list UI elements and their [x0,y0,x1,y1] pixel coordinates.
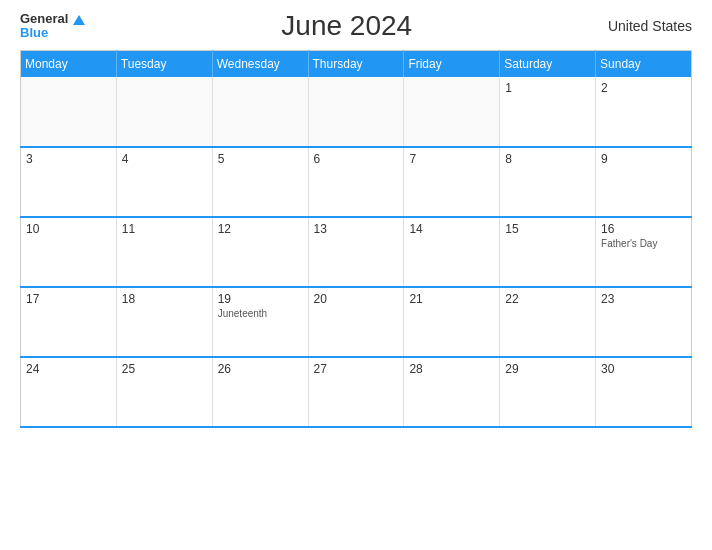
calendar-cell: 22 [500,287,596,357]
calendar-cell: 20 [308,287,404,357]
logo-text: General Blue [20,12,85,41]
calendar-cell: 1 [500,77,596,147]
calendar-cell: 24 [21,357,117,427]
calendar-week-row: 24252627282930 [21,357,692,427]
calendar-header-sunday: Sunday [596,51,692,78]
day-number: 6 [314,152,399,166]
calendar-cell: 29 [500,357,596,427]
country-label: United States [608,18,692,34]
day-number: 25 [122,362,207,376]
calendar-cell: 28 [404,357,500,427]
calendar-week-row: 171819Juneteenth20212223 [21,287,692,357]
day-number: 27 [314,362,399,376]
day-number: 29 [505,362,590,376]
page-header: General Blue June 2024 United States [20,10,692,42]
day-number: 8 [505,152,590,166]
calendar-cell: 26 [212,357,308,427]
day-number: 2 [601,81,686,95]
calendar-cell: 15 [500,217,596,287]
day-number: 21 [409,292,494,306]
calendar-cell: 27 [308,357,404,427]
calendar-cell [404,77,500,147]
calendar-header-row: MondayTuesdayWednesdayThursdayFridaySatu… [21,51,692,78]
calendar-week-row: 12 [21,77,692,147]
calendar-cell: 30 [596,357,692,427]
day-number: 18 [122,292,207,306]
day-number: 13 [314,222,399,236]
calendar-header-tuesday: Tuesday [116,51,212,78]
day-number: 11 [122,222,207,236]
day-number: 1 [505,81,590,95]
day-number: 20 [314,292,399,306]
day-number: 9 [601,152,686,166]
calendar-cell: 7 [404,147,500,217]
calendar-cell [116,77,212,147]
day-number: 30 [601,362,686,376]
calendar-cell: 12 [212,217,308,287]
calendar-cell: 9 [596,147,692,217]
calendar-cell [21,77,117,147]
day-number: 26 [218,362,303,376]
calendar-cell: 14 [404,217,500,287]
calendar-cell: 6 [308,147,404,217]
day-number: 4 [122,152,207,166]
calendar-cell: 11 [116,217,212,287]
calendar-week-row: 3456789 [21,147,692,217]
day-number: 12 [218,222,303,236]
day-number: 3 [26,152,111,166]
calendar-cell [308,77,404,147]
day-event: Juneteenth [218,308,303,319]
calendar-cell [212,77,308,147]
calendar-cell: 21 [404,287,500,357]
day-number: 7 [409,152,494,166]
day-number: 24 [26,362,111,376]
day-number: 22 [505,292,590,306]
calendar-cell: 16Father's Day [596,217,692,287]
day-number: 23 [601,292,686,306]
calendar-title: June 2024 [281,10,412,42]
day-number: 15 [505,222,590,236]
day-number: 19 [218,292,303,306]
calendar-header-thursday: Thursday [308,51,404,78]
logo-triangle-icon [73,15,85,25]
calendar-cell: 18 [116,287,212,357]
calendar-week-row: 10111213141516Father's Day [21,217,692,287]
calendar-table: MondayTuesdayWednesdayThursdayFridaySatu… [20,50,692,428]
day-number: 5 [218,152,303,166]
calendar-cell: 25 [116,357,212,427]
calendar-cell: 17 [21,287,117,357]
calendar-cell: 10 [21,217,117,287]
calendar-header-wednesday: Wednesday [212,51,308,78]
calendar-cell: 23 [596,287,692,357]
day-number: 10 [26,222,111,236]
calendar-cell: 3 [21,147,117,217]
logo: General Blue [20,12,85,41]
calendar-cell: 13 [308,217,404,287]
day-number: 16 [601,222,686,236]
day-number: 17 [26,292,111,306]
day-number: 14 [409,222,494,236]
day-event: Father's Day [601,238,686,249]
calendar-header-saturday: Saturday [500,51,596,78]
calendar-cell: 8 [500,147,596,217]
calendar-header-friday: Friday [404,51,500,78]
day-number: 28 [409,362,494,376]
calendar-cell: 4 [116,147,212,217]
calendar-cell: 5 [212,147,308,217]
calendar-header-monday: Monday [21,51,117,78]
calendar-cell: 19Juneteenth [212,287,308,357]
calendar-cell: 2 [596,77,692,147]
